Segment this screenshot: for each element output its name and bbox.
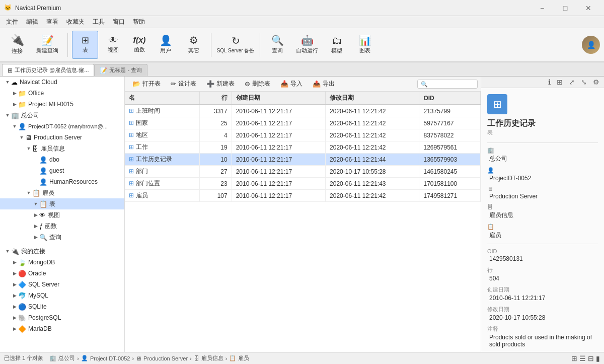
breadcrumb-company-icon: 🏢 bbox=[49, 355, 56, 361]
table-row[interactable]: ⊞工作历史记录 10 2010-06-11 12:21:17 2020-06-1… bbox=[125, 154, 481, 166]
sql-backup-button[interactable]: ↻ SQL Server 备份 bbox=[215, 31, 256, 59]
query-label: 查询 bbox=[272, 47, 283, 54]
table-row[interactable]: ⊞国家 25 2010-06-11 12:21:17 2020-06-11 12… bbox=[125, 117, 481, 129]
grid-view-icon[interactable]: ⊞ bbox=[571, 354, 577, 362]
detail-view-icon[interactable]: ⊟ bbox=[588, 354, 594, 362]
function-button[interactable]: f(x) 函数 bbox=[128, 31, 150, 59]
close-button[interactable]: ✕ bbox=[577, 0, 600, 16]
chart-button[interactable]: 📊 图表 bbox=[352, 31, 378, 59]
table-button[interactable]: ⊞ 表 bbox=[72, 31, 98, 59]
menu-help[interactable]: 帮助 bbox=[129, 17, 149, 27]
maximize-button[interactable]: □ bbox=[554, 0, 577, 16]
rp-company-icon: 🏢 bbox=[487, 147, 598, 154]
table-row[interactable]: ⊞工作 19 2010-06-11 12:21:17 2020-06-11 12… bbox=[125, 141, 481, 154]
chart-icon: 📊 bbox=[359, 35, 371, 45]
toolbar-sep-1 bbox=[67, 33, 68, 57]
cell-name: ⊞上班时间 bbox=[125, 105, 200, 117]
status-bar: 已选择 1 个对象 🏢 总公司 › 👤 Project DT-0052 › 🖥 … bbox=[0, 352, 604, 364]
import-button[interactable]: 📥 导入 bbox=[276, 78, 307, 90]
sidebar-item-tables[interactable]: ▼ 📋 表 bbox=[0, 198, 124, 209]
sidebar-item-queries[interactable]: ▶ 🔍 查询 bbox=[0, 232, 124, 243]
status-right: ⊞ ☰ ⊟ ▮ bbox=[571, 354, 600, 362]
query-button[interactable]: 🔍 查询 bbox=[264, 31, 290, 59]
cell-modified: 2020-06-11 12:21:42 bbox=[326, 105, 419, 117]
menu-tools[interactable]: 工具 bbox=[89, 17, 109, 27]
breadcrumb-sep-4: › bbox=[225, 355, 228, 361]
mysql-arrow: ▶ bbox=[11, 293, 18, 298]
menu-view[interactable]: 查看 bbox=[42, 17, 62, 27]
rp-expand-icon[interactable]: ⤢ bbox=[567, 77, 576, 88]
sidebar-item-dbo[interactable]: ▶ 👤 dbo bbox=[0, 154, 124, 165]
projectdt-label: ProjectDT-0052 (marybrown@... bbox=[28, 123, 108, 129]
user-avatar[interactable]: 👤 bbox=[582, 36, 600, 54]
auto-run-button[interactable]: 🤖 自动运行 bbox=[292, 31, 322, 59]
rp-collapse-icon[interactable]: ⤡ bbox=[579, 77, 588, 88]
sidebar-item-sqlite[interactable]: ▶ 🔵 SQLite bbox=[0, 301, 124, 312]
guest-icon: 👤 bbox=[39, 167, 47, 175]
sidebar-item-sqlserver[interactable]: ▶ 🔷 SQL Server bbox=[0, 279, 124, 290]
sidebar-item-views[interactable]: ▶ 👁 视图 bbox=[0, 209, 124, 221]
tab-history[interactable]: ⊞ 工作历史记录 @雇员信息.僱... bbox=[2, 64, 94, 76]
rp-settings-icon[interactable]: ⚙ bbox=[591, 77, 601, 88]
sidebar-item-functions[interactable]: ▶ ƒ 函数 bbox=[0, 221, 124, 232]
table-row[interactable]: ⊞部门位置 23 2010-06-11 12:21:17 2020-06-11 … bbox=[125, 178, 481, 190]
menu-window[interactable]: 窗口 bbox=[109, 17, 129, 27]
minimize-button[interactable]: − bbox=[531, 0, 554, 16]
table-row[interactable]: ⊞上班时间 3317 2010-06-11 12:21:17 2020-06-1… bbox=[125, 105, 481, 117]
sidebar-item-navicat-cloud[interactable]: ▼ ☁ Navicat Cloud bbox=[0, 77, 124, 88]
table-wrap[interactable]: 名 行 创建日期 修改日期 OID ⊞上班时间 3317 2010-06-11 … bbox=[125, 92, 481, 352]
sidebar-item-mariadb[interactable]: ▶ 🔶 MariaDB bbox=[0, 323, 124, 334]
sidebar-item-projectdt[interactable]: ▼ 👤 ProjectDT-0052 (marybrown@... bbox=[0, 121, 124, 132]
list-view-icon[interactable]: ☰ bbox=[579, 354, 586, 362]
search-input[interactable] bbox=[417, 80, 478, 89]
chart-label: 图表 bbox=[359, 47, 370, 54]
sidebar-item-office[interactable]: ▶ 📁 Office bbox=[0, 88, 124, 99]
design-table-button[interactable]: ✏ 设计表 bbox=[166, 78, 201, 90]
delete-table-button[interactable]: ⊖ 删除表 bbox=[240, 78, 275, 90]
sidebar-item-employee-schema[interactable]: ▼ 📋 雇员 bbox=[0, 187, 124, 198]
view-button[interactable]: 👁 视图 bbox=[100, 31, 126, 59]
cell-created: 2010-06-11 12:21:17 bbox=[232, 105, 325, 117]
navicat-cloud-label: Navicat Cloud bbox=[20, 79, 57, 86]
tab-untitled[interactable]: 📝 无标题 - 查询 bbox=[94, 64, 147, 76]
rp-server-icon: 🖥 bbox=[487, 186, 598, 192]
cell-oid: 1269579561 bbox=[419, 141, 481, 154]
export-button[interactable]: 📤 导出 bbox=[308, 78, 339, 90]
sidebar-item-guest[interactable]: ▶ 👤 guest bbox=[0, 165, 124, 176]
mysql-label: MySQL bbox=[28, 292, 48, 299]
sidebar-item-employee-info-db[interactable]: ▼ 🗄 雇员信息 bbox=[0, 143, 124, 154]
rp-grid-icon[interactable]: ⊞ bbox=[555, 77, 564, 88]
sidebar-item-company[interactable]: ▼ 🏢 总公司 bbox=[0, 110, 124, 121]
model-button[interactable]: 🗂 模型 bbox=[324, 31, 350, 59]
panel-icon[interactable]: ▮ bbox=[596, 354, 600, 362]
rp-created-value: 2010-06-11 12:21:17 bbox=[487, 295, 598, 302]
sidebar-item-project-mh[interactable]: ▶ 📁 Project MH-0015 bbox=[0, 99, 124, 110]
content-area: 📂 打开表 ✏ 设计表 ➕ 新建表 ⊖ 删除表 📥 导入 📤 导出 bbox=[125, 77, 481, 352]
sidebar-item-oracle[interactable]: ▶ 🔴 Oracle bbox=[0, 268, 124, 279]
sidebar-item-production-server[interactable]: ▼ 🖥 Production Server bbox=[0, 132, 124, 143]
table-row[interactable]: ⊞地区 4 2010-06-11 12:21:17 2020-06-11 12:… bbox=[125, 129, 481, 141]
rp-db-section: 🗄 雇员信息 bbox=[487, 204, 598, 220]
open-table-button[interactable]: 📂 打开表 bbox=[128, 78, 165, 90]
menu-favorites[interactable]: 收藏夹 bbox=[62, 17, 89, 27]
rp-info-icon[interactable]: ℹ bbox=[547, 77, 552, 88]
menu-edit[interactable]: 编辑 bbox=[22, 17, 42, 27]
table-row[interactable]: ⊞雇员 107 2010-06-11 12:21:17 2020-06-11 1… bbox=[125, 190, 481, 202]
sidebar-item-postgresql[interactable]: ▶ 🐘 PostgreSQL bbox=[0, 312, 124, 323]
rp-type: 表 bbox=[487, 129, 598, 136]
cell-modified: 2020-06-11 12:21:42 bbox=[326, 141, 419, 154]
sidebar-scroll[interactable]: ▼ ☁ Navicat Cloud ▶ 📁 Office ▶ 📁 Project… bbox=[0, 77, 124, 352]
new-table-button[interactable]: ➕ 新建表 bbox=[202, 78, 239, 90]
breadcrumb: 🏢 总公司 › 👤 Project DT-0052 › 🖥 Production… bbox=[49, 354, 249, 362]
table-row[interactable]: ⊞部门 27 2010-06-11 12:21:17 2020-10-17 10… bbox=[125, 166, 481, 178]
other-button[interactable]: ⚙ 其它 bbox=[181, 31, 207, 59]
connect-button[interactable]: 🔌 连接 bbox=[4, 31, 30, 59]
new-query-button[interactable]: 📝 新建查询 bbox=[31, 31, 63, 59]
sidebar-item-humanresources[interactable]: ▶ 👤 HumanResources bbox=[0, 176, 124, 187]
import-label: 导入 bbox=[290, 80, 303, 88]
user-button[interactable]: 👤 用户 bbox=[153, 31, 179, 59]
menu-file[interactable]: 文件 bbox=[2, 17, 22, 27]
sidebar-item-my-connections[interactable]: ▼ 🔌 我的连接 bbox=[0, 246, 124, 257]
sidebar-item-mongodb[interactable]: ▶ 🍃 MongoDB bbox=[0, 257, 124, 268]
sidebar-item-mysql[interactable]: ▶ 🐬 MySQL bbox=[0, 290, 124, 301]
